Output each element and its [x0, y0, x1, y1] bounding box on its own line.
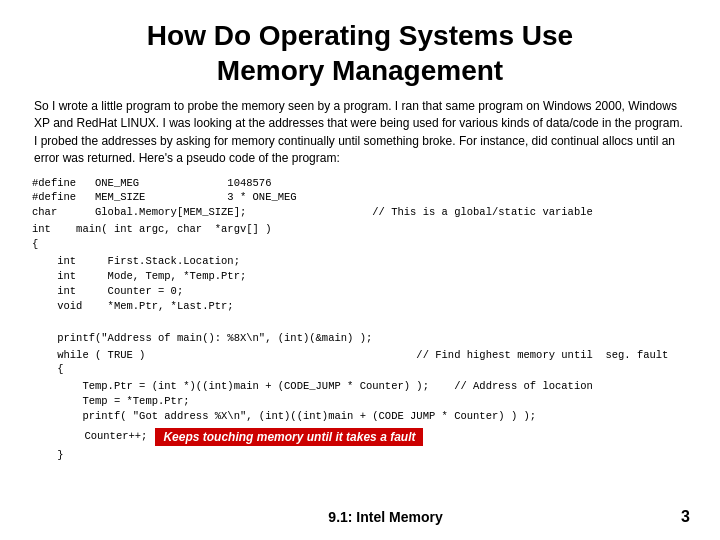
page: How Do Operating Systems Use Memory Mana…: [0, 0, 720, 540]
code-body3: Temp.Ptr = (int *)((int)main + (CODE_JUM…: [30, 379, 690, 424]
code-defines: #define ONE_MEG 1048576 #define MEM_SIZE…: [30, 176, 690, 221]
highlight-label: Keeps touching memory until it takes a f…: [155, 428, 423, 446]
code-main-sig: int main( int argc, char *argv[] ) {: [30, 222, 690, 252]
title-line2: Memory Management: [217, 55, 503, 86]
footer-page: 3: [681, 508, 690, 526]
title-line1: How Do Operating Systems Use: [147, 20, 573, 51]
footer: 9.1: Intel Memory 3: [30, 502, 690, 526]
intro-paragraph: So I wrote a little program to probe the…: [30, 98, 690, 168]
code-body4: Counter++;: [32, 429, 147, 444]
code-body1: printf("Address of main(): %8X\n", (int)…: [30, 316, 690, 346]
page-title: How Do Operating Systems Use Memory Mana…: [30, 18, 690, 88]
code-body2: while ( TRUE ) // Find highest memory un…: [30, 348, 690, 378]
code-locals: int First.Stack.Location; int Mode, Temp…: [30, 254, 690, 314]
code-close: }: [30, 448, 690, 463]
footer-label: 9.1: Intel Memory: [90, 509, 681, 525]
